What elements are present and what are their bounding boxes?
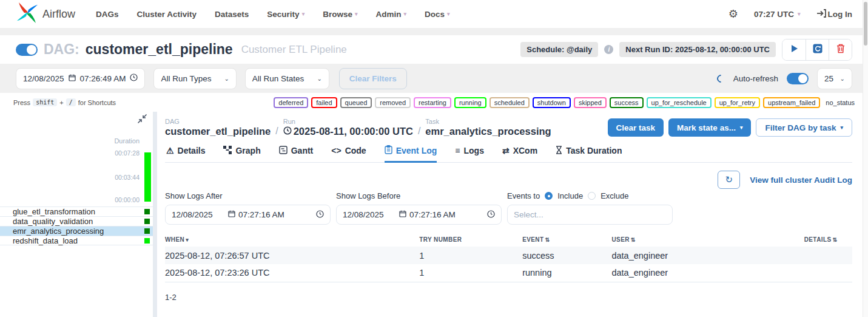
task-row-data-quality-validation[interactable]: data_quality_validation (0, 216, 153, 226)
events-select-input[interactable]: Select... (507, 205, 673, 225)
clock-icon (283, 126, 292, 137)
clear-task-button[interactable]: Clear task (608, 118, 664, 137)
include-label[interactable]: Include (557, 191, 583, 200)
tab-code[interactable]: <> Code (331, 145, 366, 163)
status-badge-skipped[interactable]: skipped (574, 97, 607, 108)
task-row-glue-etl-transformation[interactable]: glue_etl_transformation (0, 206, 153, 216)
column-header-user[interactable]: User⇅ (611, 233, 804, 247)
status-badge-upstream-failed[interactable]: upstream_failed (763, 97, 820, 108)
column-header-try-number[interactable]: Try Number (419, 233, 522, 247)
code-icon: <> (331, 146, 341, 155)
nav-item-docs[interactable]: Docs▾ (425, 10, 450, 19)
task-status-square[interactable] (144, 228, 150, 234)
status-badge-up-for-reschedule[interactable]: up_for_reschedule (647, 97, 712, 108)
status-badge-success[interactable]: success (610, 97, 644, 108)
task-status-square[interactable] (144, 219, 150, 224)
page-scrollbar[interactable] (863, 0, 868, 317)
duration-tick: 00:00:00 (115, 196, 140, 203)
status-badge-up-for-retry[interactable]: up_for_retry (715, 97, 760, 108)
base-date-value: 12/08/2025 (23, 74, 64, 83)
tab-event-log[interactable]: Event Log (385, 145, 437, 163)
reparse-dag-button[interactable] (806, 39, 829, 60)
caret-down-icon: ▾ (798, 11, 801, 17)
task-status-square[interactable] (144, 209, 150, 214)
breadcrumb-dag[interactable]: DAG customer_etl_pipeline (165, 118, 271, 137)
calendar-icon (69, 74, 76, 83)
column-header-details[interactable]: Details⇅ (804, 233, 852, 247)
column-header-when[interactable]: When▾ (165, 233, 419, 247)
page-size-select[interactable]: 25 ⌄ (817, 68, 852, 89)
status-badge-shutdown[interactable]: shutdown (533, 97, 571, 108)
tab-gantt[interactable]: Gantt (279, 145, 314, 163)
filter-dag-by-task-button[interactable]: Filter DAG by task▾ (756, 118, 852, 137)
nav-item-browse[interactable]: Browse▾ (323, 10, 357, 19)
nav-item-cluster-activity[interactable]: Cluster Activity (137, 10, 197, 19)
task-status-square[interactable] (144, 238, 150, 244)
status-badge-running[interactable]: running (454, 97, 486, 108)
scrollbar-thumb[interactable] (864, 2, 867, 46)
base-time-value: 07:26:49 AM (80, 74, 126, 83)
logs-before-datetime-input[interactable]: 12/08/2025 07:27:16 AM (336, 205, 502, 225)
breadcrumb-task[interactable]: Task emr_analytics_processing (425, 118, 551, 137)
login-button[interactable]: Log In (816, 9, 853, 19)
run-states-select[interactable]: All Run States ⌄ (245, 68, 329, 89)
logs-icon: ≡ (455, 146, 460, 155)
chevron-down-icon: ⌄ (840, 75, 845, 82)
status-badge-restarting[interactable]: restarting (414, 97, 451, 108)
trigger-dag-button[interactable] (782, 39, 806, 60)
tab-logs[interactable]: ≡ Logs (455, 145, 484, 163)
shift-key: shift (33, 98, 57, 106)
auto-refresh-toggle[interactable] (787, 73, 809, 84)
slash-key: / (66, 98, 76, 106)
airflow-brand[interactable]: Airflow (16, 1, 75, 27)
run-duration-bar[interactable] (144, 152, 151, 202)
nav-item-datasets[interactable]: Datasets (215, 10, 249, 19)
top-navbar: Airflow DAGs Cluster Activity Datasets S… (0, 0, 868, 28)
table-row[interactable]: 2025-08-12, 07:23:26 UTC 1 running data_… (165, 264, 852, 282)
exclude-radio[interactable] (588, 192, 596, 200)
task-row-emr-analytics-processing[interactable]: emr_analytics_processing (0, 226, 153, 236)
clear-filters-button[interactable]: Clear Filters (339, 68, 407, 89)
dag-pause-toggle[interactable] (16, 44, 38, 56)
show-logs-before-label: Show Logs Before (336, 191, 502, 200)
tab-xcom[interactable]: ⇄ XCom (502, 145, 537, 163)
schedule-badge: Schedule: @daily (520, 42, 598, 57)
delete-dag-button[interactable] (829, 39, 852, 60)
timezone-selector[interactable]: 07:27 UTC▾ (754, 10, 801, 19)
tab-details[interactable]: ⚠ Details (166, 145, 205, 163)
breadcrumb-run[interactable]: Run 2025-08-11, 00:00:00 UTC (283, 118, 413, 137)
calendar-icon (228, 210, 235, 219)
nav-item-dags[interactable]: DAGs (96, 10, 119, 19)
panel-resize-handle[interactable] (153, 112, 157, 317)
view-full-audit-log-link[interactable]: View full cluster Audit Log (750, 176, 852, 185)
exclude-label[interactable]: Exclude (601, 191, 628, 200)
table-row[interactable]: 2025-08-12, 07:26:57 UTC 1 success data_… (165, 247, 852, 264)
nav-item-security[interactable]: Security▾ (267, 10, 304, 19)
tab-task-duration[interactable]: Task Duration (556, 145, 622, 163)
tab-graph[interactable]: Graph (223, 145, 260, 163)
legend-row: Press shift + / for Shortcuts deferred f… (0, 93, 868, 112)
dag-header: DAG: customer_etl_pipeline Customer ETL … (0, 35, 868, 64)
status-badge-queued[interactable]: queued (340, 97, 372, 108)
include-radio[interactable] (545, 192, 553, 200)
status-badge-removed[interactable]: removed (375, 97, 411, 108)
breadcrumb-separator: / (413, 126, 425, 137)
nav-item-admin[interactable]: Admin▾ (375, 10, 406, 19)
caret-down-icon: ▾ (840, 124, 843, 131)
duration-tick: 00:07:28 (115, 149, 140, 157)
status-badge-deferred[interactable]: deferred (274, 97, 308, 108)
status-badge-failed[interactable]: failed (311, 97, 337, 108)
collapse-grid-icon[interactable] (137, 114, 148, 124)
base-date-input[interactable]: 12/08/2025 07:26:49 AM (16, 68, 145, 89)
task-row-redshift-data-load[interactable]: redshift_data_load (0, 236, 153, 245)
run-types-select[interactable]: All Run Types ⌄ (153, 68, 236, 89)
gear-icon[interactable]: ⚙ (728, 7, 738, 21)
mark-state-as-button[interactable]: Mark state as...▾ (668, 118, 751, 137)
column-header-event[interactable]: Event⇅ (522, 233, 611, 247)
status-badge-scheduled[interactable]: scheduled (490, 97, 530, 108)
refresh-audit-log-button[interactable]: ↻ (718, 171, 740, 189)
task-list: glue_etl_transformation data_quality_val… (0, 206, 153, 245)
sort-desc-icon: ▾ (186, 237, 189, 243)
hourglass-icon (556, 146, 562, 155)
logs-after-datetime-input[interactable]: 12/08/2025 07:27:16 AM (165, 205, 331, 225)
